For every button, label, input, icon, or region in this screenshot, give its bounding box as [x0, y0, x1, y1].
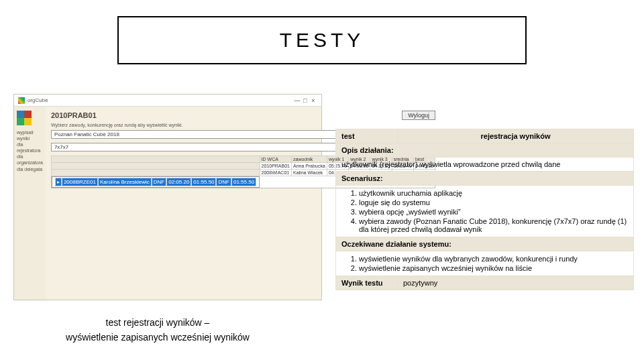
cell: 01:55.50 — [191, 178, 216, 186]
app-icon — [18, 97, 25, 104]
opis-label: Opis działania: — [336, 143, 633, 157]
minimize-icon[interactable]: — — [293, 97, 301, 104]
sidebar-text-4: dla delegata — [17, 166, 43, 172]
opis-value: użytkownik (rejestrator) wyświetla wprow… — [336, 158, 633, 171]
maximize-icon[interactable]: □ — [301, 97, 309, 104]
col-name: zawodnik — [292, 156, 327, 163]
logout-button[interactable]: Wyloguj — [402, 111, 435, 120]
list-item: wyświetlenie zapisanych wcześniej wynikó… — [359, 263, 628, 273]
cell: 2010PRAB01 — [260, 163, 291, 170]
cell: 2008WIAC01 — [260, 170, 291, 176]
app-titlebar: orgCube — □ × — [14, 95, 321, 107]
cell: Kalina Wiacek — [292, 170, 327, 176]
list-item: wybiera opcję „wyświetl wyniki” — [359, 207, 628, 217]
col-rowhdr — [51, 156, 260, 163]
event-select-value: Poznan Fanatic Cube 2018 — [54, 131, 119, 137]
cell: 02:05.20 — [166, 178, 191, 186]
col-id: ID WCA — [260, 156, 291, 163]
category-select-value: 7x7x7 — [54, 144, 68, 150]
cell: 01:55.50 — [231, 178, 256, 186]
sidebar-text-3: dla organizatora — [17, 154, 43, 166]
list-item: loguje się do systemu — [359, 198, 628, 207]
cell: DNF — [216, 178, 231, 186]
test-panel: test rejestracja wyników Opis działania:… — [335, 129, 634, 290]
close-icon[interactable]: × — [309, 97, 317, 104]
app-sidebar: wypisali wyniki dla rejestratora dla org… — [14, 107, 46, 300]
app-window: orgCube — □ × wypisali wyniki dla rejest… — [13, 94, 322, 300]
cell: 2008BRZE01 — [62, 178, 98, 186]
sidebar-text-2: dla rejestratora — [17, 141, 43, 154]
wynik-value: pozytywny — [398, 276, 633, 290]
wynik-label: Wynik testu — [336, 276, 398, 290]
sidebar-text-1: wypisali wyniki — [17, 129, 43, 141]
table-row-selected[interactable]: ▸ 2008BRZE01 Karolina Brzeskiewic DNF 02… — [52, 176, 260, 188]
scenariusz-list: użytkownik uruchamia aplikację loguje si… — [336, 186, 633, 237]
oczekiwane-list: wyświetlenie wyników dla wybranych zawod… — [336, 251, 633, 276]
caption-line-1: test rejestracji wyników – — [106, 317, 210, 328]
instruction-text: Wybierz zawody, konkurencję oraz rundę a… — [51, 123, 435, 127]
test-header-value: rejestracja wyników — [398, 129, 633, 143]
list-item: użytkownik uruchamia aplikację — [359, 188, 628, 198]
test-header-label: test — [336, 129, 398, 143]
screenshot-caption: test rejestracji wyników – wyświetlenie … — [50, 315, 265, 345]
caption-line-2: wyświetlenie zapisanych wcześniej wynikó… — [66, 332, 250, 343]
cell: Anna Prabucka — [292, 163, 327, 170]
list-item: wybiera zawody (Poznan Fanatic Cube 2018… — [359, 217, 628, 234]
app-body: wypisali wyniki dla rejestratora dla org… — [14, 107, 321, 300]
app-window-title: orgCube — [28, 97, 48, 103]
oczekiwane-label: Oczekiwane działanie systemu: — [336, 237, 633, 251]
cube-logo-icon — [17, 111, 32, 125]
cell: Karolina Brzeskiewic — [98, 178, 152, 186]
user-id: 2010PRAB01 — [51, 111, 402, 119]
cell: DNF — [152, 178, 166, 186]
list-item: wyświetlenie wyników dla wybranych zawod… — [359, 254, 628, 263]
page-title: TESTY — [280, 29, 365, 52]
scenariusz-label: Scenariusz: — [336, 172, 633, 185]
title-frame: TESTY — [117, 16, 527, 64]
